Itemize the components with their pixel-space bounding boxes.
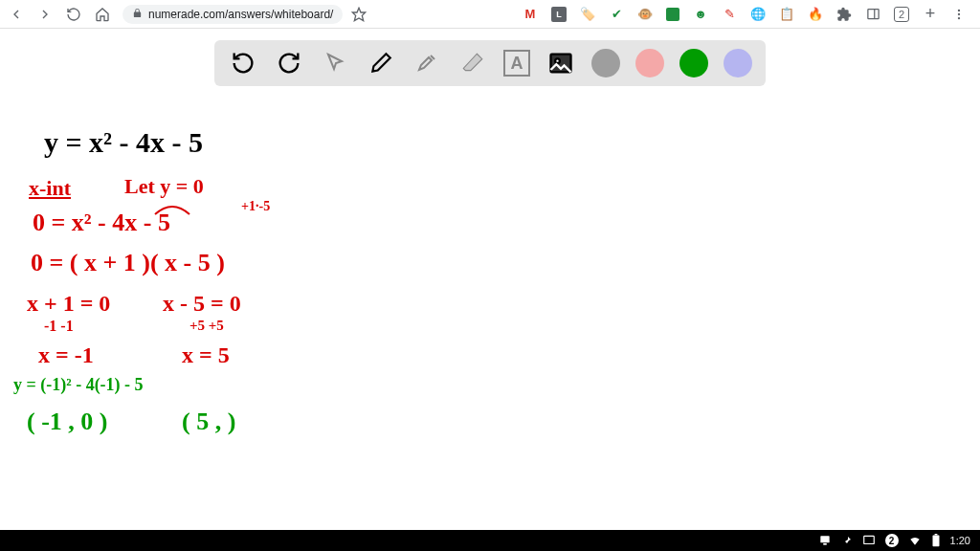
point1: ( -1 , 0 ) (27, 408, 107, 436)
ext-smiley-icon[interactable]: ☻ (693, 7, 708, 22)
svg-point-7 (555, 58, 560, 63)
equation-line: y = x² - 4x - 5 (44, 126, 203, 159)
svg-rect-1 (867, 10, 878, 19)
tray-cast-icon[interactable] (862, 534, 876, 547)
battery-icon[interactable] (931, 534, 941, 547)
text-tool[interactable]: A (503, 50, 530, 77)
tray-pin-icon[interactable] (841, 535, 853, 546)
browser-bar: numerade.com/answers/whiteboard/ M L 🏷️ … (0, 0, 980, 29)
color-green[interactable] (679, 49, 708, 77)
ext-fire-icon[interactable]: 🔥 (808, 7, 823, 22)
ext-tag-icon[interactable]: 🏷️ (580, 7, 595, 22)
image-tool[interactable] (546, 48, 576, 78)
step4a: -1 -1 (44, 318, 74, 335)
taskbar: 2 1:20 (0, 530, 980, 551)
ext-grid-icon[interactable] (666, 8, 679, 21)
gmail-icon[interactable]: M (523, 7, 538, 22)
color-pink[interactable] (635, 49, 664, 77)
clock: 1:20 (950, 535, 970, 546)
svg-rect-11 (932, 535, 939, 546)
svg-marker-0 (353, 8, 366, 20)
menu-button[interactable] (951, 7, 967, 22)
svg-point-5 (958, 16, 960, 18)
undo-button[interactable] (228, 48, 258, 78)
xint-label: x-int (29, 176, 71, 201)
tab-count-badge[interactable]: 2 (894, 7, 909, 22)
let-y-label: Let y = 0 (124, 174, 204, 199)
ext-square-icon[interactable]: L (551, 7, 567, 22)
url-text: numerade.com/answers/whiteboard/ (148, 8, 333, 21)
point2: ( 5 , ) (182, 408, 235, 436)
notification-badge[interactable]: 2 (885, 534, 899, 547)
step3a: x + 1 = 0 (27, 291, 110, 317)
toolbar-wrap: A (0, 29, 980, 86)
ext-check-icon[interactable]: ✔ (609, 7, 624, 22)
step4b: +5 +5 (189, 318, 224, 334)
color-lavender[interactable] (724, 49, 752, 77)
new-tab-button[interactable]: + (923, 7, 938, 22)
svg-rect-8 (820, 536, 829, 542)
svg-rect-10 (863, 536, 874, 543)
home-button[interactable] (94, 6, 111, 23)
ext-monkey-icon[interactable]: 🐵 (637, 7, 653, 22)
svg-rect-12 (934, 534, 937, 535)
step5b: x = 5 (182, 342, 230, 368)
extensions-icon[interactable] (836, 7, 852, 22)
step2: 0 = ( x + 1 )( x - 5 ) (31, 249, 225, 277)
step3b: x - 5 = 0 (163, 291, 241, 317)
pen-tool[interactable] (366, 48, 396, 78)
lock-icon (132, 8, 143, 21)
ext-pen-icon[interactable]: ✎ (722, 7, 737, 22)
url-bar[interactable]: numerade.com/answers/whiteboard/ (122, 5, 343, 24)
step1: 0 = x² - 4x - 5 (33, 209, 170, 237)
redo-button[interactable] (274, 48, 304, 78)
tray-app-icon[interactable] (818, 534, 832, 547)
forward-button[interactable] (36, 6, 54, 23)
factor-hint: +1·-5 (241, 199, 270, 214)
tools-button[interactable] (412, 48, 442, 78)
svg-rect-9 (823, 543, 827, 545)
eraser-tool[interactable] (457, 48, 488, 78)
pointer-tool[interactable] (320, 48, 350, 78)
ext-globe-icon[interactable]: 🌐 (750, 7, 766, 22)
whiteboard-toolbar: A (214, 40, 766, 86)
svg-point-3 (958, 9, 960, 11)
check-line: y = (-1)² - 4(-1) - 5 (13, 375, 144, 395)
step5a: x = -1 (38, 342, 94, 368)
reload-button[interactable] (65, 6, 82, 23)
ext-panel-icon[interactable] (865, 7, 880, 22)
color-gray[interactable] (591, 49, 620, 77)
star-icon[interactable] (350, 6, 368, 23)
whiteboard-canvas[interactable]: y = x² - 4x - 5 x-int Let y = 0 +1·-5 0 … (0, 96, 980, 530)
back-button[interactable] (8, 6, 25, 23)
extension-icons: M L 🏷️ ✔ 🐵 ☻ ✎ 🌐 📋 🔥 2 + (523, 7, 967, 22)
ext-screen-icon[interactable]: 📋 (779, 7, 794, 22)
svg-point-4 (958, 12, 960, 14)
wifi-icon[interactable] (908, 534, 922, 547)
annotation-arc (153, 203, 191, 216)
